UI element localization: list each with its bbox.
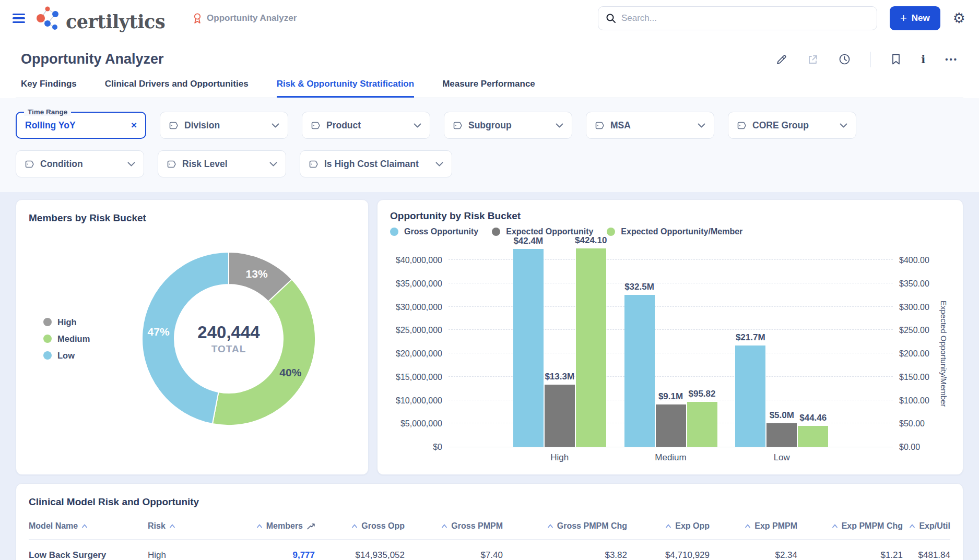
tag-icon: [167, 160, 176, 169]
bar-expected-opportunity-member-medium[interactable]: $95.82: [687, 402, 717, 447]
tab-key-findings[interactable]: Key Findings: [21, 79, 77, 98]
column-header-risk[interactable]: Risk: [148, 521, 223, 531]
chevron-down-icon: [127, 162, 135, 166]
tag-icon: [595, 121, 605, 130]
filter-label: CORE Group: [752, 120, 809, 131]
divider: [870, 52, 871, 67]
cell-exp-pmpm-chg: $1.21: [797, 550, 903, 560]
bar-value-label: $44.46: [799, 413, 827, 423]
opportunity-by-risk-bucket-card: Opportunity by Risk Bucket Gross Opportu…: [377, 199, 963, 475]
right-axis-title: Expected Opportunity/Member: [937, 260, 950, 447]
bar-gross-opportunity-low[interactable]: $21.7M: [735, 345, 765, 447]
column-header-model-name[interactable]: Model Name: [29, 521, 148, 531]
bar-value-label: $21.7M: [736, 332, 765, 343]
sort-caret-icon: [832, 524, 838, 528]
legend-label: Low: [57, 351, 75, 361]
column-header-gross-pmpm-chg[interactable]: Gross PMPM Chg: [503, 521, 627, 531]
column-header-exp-opp[interactable]: Exp Opp: [627, 521, 710, 531]
bar-expected-opportunity-low[interactable]: $5.0M: [766, 423, 797, 447]
tag-icon: [309, 160, 319, 169]
filter-label: Division: [184, 120, 220, 131]
tag-icon: [311, 121, 321, 130]
left-axis: $0$5,000,000$10,000,000$15,000,000$20,00…: [390, 260, 449, 447]
bar-expected-opportunity-member-low[interactable]: $44.46: [798, 426, 828, 447]
table-title: Clinical Model Risk and Opportunity: [29, 496, 950, 508]
chevron-down-icon: [272, 123, 279, 128]
bar-gross-opportunity-high[interactable]: $42.4M: [513, 249, 544, 447]
legend-item-expected-opportunity-member[interactable]: Expected Opportunity/Member: [607, 227, 742, 236]
table-row[interactable]: Low Back SurgeryHigh9,777$14,935,052$7.4…: [29, 540, 950, 560]
column-header-exp-pmpm[interactable]: Exp PMPM: [710, 521, 797, 531]
filter-bar: Time Range Rolling YoY × DivisionProduct…: [0, 98, 979, 192]
breadcrumb[interactable]: Opportunity Analyzer: [192, 13, 297, 24]
bookmark-icon[interactable]: [891, 53, 901, 65]
bar-gross-opportunity-medium[interactable]: $32.5M: [624, 295, 655, 447]
search-input[interactable]: [621, 13, 869, 23]
filter-division[interactable]: Division: [160, 112, 288, 139]
bar-expected-opportunity-medium[interactable]: $9.1M: [656, 404, 686, 447]
filter-is-high-cost-claimant[interactable]: Is High Cost Claimant: [300, 150, 452, 177]
cell-exp-opp: $4,710,929: [627, 550, 710, 560]
legend-dot: [390, 228, 398, 236]
filter-subgroup[interactable]: Subgroup: [444, 112, 572, 139]
column-header-gross-opp[interactable]: Gross Opp: [315, 521, 405, 531]
filter-msa[interactable]: MSA: [586, 112, 714, 139]
table-header-row: Model NameRiskMembersGross OppGross PMPM…: [29, 521, 950, 540]
time-range-value: Rolling YoY: [25, 120, 76, 131]
filter-core-group[interactable]: CORE Group: [728, 112, 856, 139]
tab-clinical-drivers-and-opportunities[interactable]: Clinical Drivers and Opportunities: [105, 79, 249, 98]
tab-risk-opportunity-stratification[interactable]: Risk & Opportunity Stratification: [277, 79, 415, 98]
bar-value-label: $42.4M: [513, 236, 543, 246]
left-axis-tick: $35,000,000: [396, 279, 442, 289]
left-axis-tick: $20,000,000: [396, 349, 442, 359]
legend-item-high[interactable]: High: [43, 317, 122, 327]
title-section: Opportunity Analyzer: [0, 37, 979, 98]
bar-expected-opportunity-member-high[interactable]: $424.10: [576, 248, 606, 447]
sort-caret-icon: [169, 524, 175, 528]
edit-icon[interactable]: [776, 54, 787, 65]
members-link[interactable]: 9,777: [292, 550, 315, 560]
sort-caret-icon: [256, 524, 263, 528]
menu-icon[interactable]: [13, 14, 25, 23]
bar-expected-opportunity-high[interactable]: $13.3M: [545, 385, 575, 447]
sort-caret-icon: [81, 524, 88, 528]
right-axis-tick: $400.00: [899, 256, 929, 265]
more-options-icon[interactable]: •••: [945, 55, 958, 64]
members-by-risk-bucket-card: Members by Risk Bucket HighMediumLow 13%…: [16, 199, 369, 475]
column-label: Gross PMPM Chg: [557, 521, 627, 531]
right-axis-tick: $50.00: [899, 419, 925, 428]
new-button[interactable]: + New: [890, 6, 940, 30]
chevron-down-icon: [269, 162, 277, 166]
left-axis-tick: $10,000,000: [396, 396, 442, 406]
filter-risk-level[interactable]: Risk Level: [158, 150, 286, 177]
legend-item-expected-opportunity[interactable]: Expected Opportunity: [492, 227, 593, 236]
column-header-exp-util[interactable]: Exp/Util: [903, 521, 950, 531]
legend-item-gross-opportunity[interactable]: Gross Opportunity: [390, 227, 478, 236]
sort-caret-icon: [909, 524, 915, 528]
column-header-exp-pmpm-chg[interactable]: Exp PMPM Chg: [797, 521, 903, 531]
legend-item-low[interactable]: Low: [43, 351, 122, 361]
column-header-gross-pmpm[interactable]: Gross PMPM: [405, 521, 503, 531]
tab-measure-performance[interactable]: Measure Performance: [442, 79, 535, 98]
filter-condition[interactable]: Condition: [16, 150, 144, 177]
legend-dot: [43, 351, 52, 360]
time-range-filter[interactable]: Time Range Rolling YoY ×: [16, 112, 146, 139]
column-header-members[interactable]: Members: [223, 521, 315, 531]
legend-item-medium[interactable]: Medium: [43, 334, 122, 344]
right-axis-tick: $300.00: [899, 303, 929, 312]
history-clock-icon[interactable]: [839, 53, 851, 65]
donut-segment-low[interactable]: [142, 252, 229, 424]
brand-logo[interactable]: certilytics: [34, 6, 165, 31]
info-icon[interactable]: i: [921, 53, 925, 66]
legend-dot: [492, 228, 500, 236]
gear-icon[interactable]: ⚙: [953, 11, 965, 26]
plus-icon: +: [900, 13, 907, 24]
filter-label: Condition: [40, 159, 83, 170]
open-external-icon[interactable]: [807, 54, 819, 65]
column-label: Risk: [148, 521, 166, 531]
donut-segment-medium[interactable]: [213, 279, 315, 425]
clear-filter-icon[interactable]: ×: [131, 120, 137, 131]
filter-product[interactable]: Product: [302, 112, 430, 139]
donut-percent-label: 47%: [148, 326, 170, 338]
breadcrumb-label: Opportunity Analyzer: [207, 13, 297, 23]
